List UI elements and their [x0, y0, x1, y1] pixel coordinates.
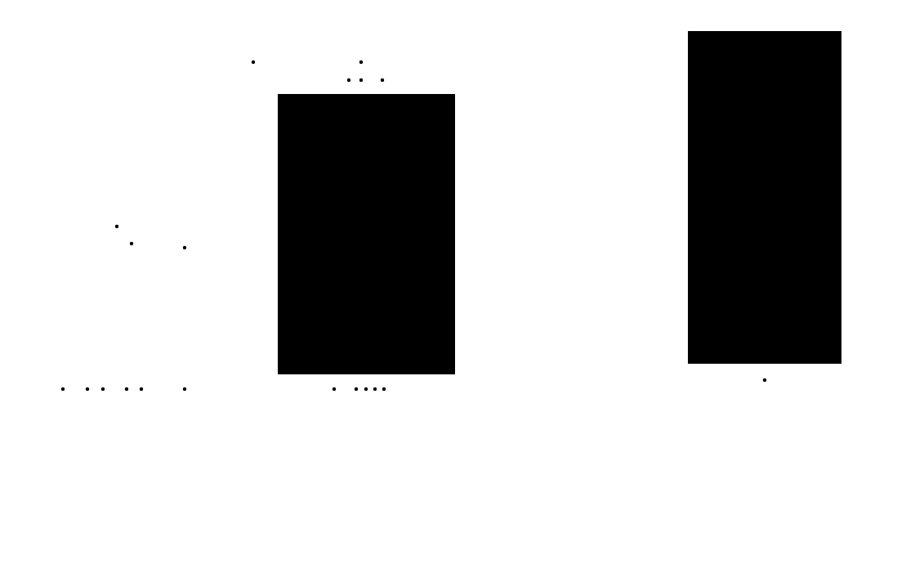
u1-right-pin-row — [455, 97, 520, 110]
no-connect-icon — [667, 86, 672, 91]
r2-resistor — [132, 222, 176, 231]
no-connect-icon — [257, 151, 262, 156]
u1-pin-dplus — [262, 225, 278, 227]
ground-symbol — [351, 392, 361, 398]
u1-body — [278, 94, 455, 374]
vcc-power-flag — [142, 277, 147, 282]
u1-pin-aref — [262, 319, 278, 321]
usb-top-pins — [85, 288, 90, 307]
bus-entry — [504, 284, 520, 294]
ic2-portd-pins — [841, 285, 909, 298]
no-connect-icon — [667, 41, 672, 46]
conn7-body — [85, 472, 113, 540]
u1-portf-pins — [455, 318, 520, 331]
conn7-pin-row — [27, 471, 92, 482]
u1-porte-pins — [455, 281, 520, 294]
no-connect-icon — [504, 204, 509, 208]
ic2-pin-icp — [667, 323, 688, 328]
bus-entry — [884, 208, 909, 219]
no-connect-icon — [883, 285, 888, 290]
no-connect-icon — [29, 477, 34, 481]
bus-entry — [27, 471, 37, 479]
no-connect-icon — [257, 97, 262, 102]
ic2-right-pin-row — [841, 40, 909, 53]
no-connect-icon — [504, 178, 509, 183]
ic2-pin-reset — [667, 41, 688, 46]
no-connect-icon — [667, 334, 672, 339]
conn7-pins — [27, 471, 92, 482]
u1-portb-pins — [455, 97, 520, 110]
ic2-pin-ale — [841, 119, 862, 123]
r3-resistor — [132, 239, 176, 248]
u1-right-pin-row — [455, 178, 520, 191]
no-connect-icon — [667, 122, 672, 127]
ic2-right-pin-row — [841, 131, 909, 144]
ic2-portb-pins — [841, 131, 909, 144]
no-connect-icon — [504, 281, 509, 286]
ic2-pin-xtal2 — [667, 86, 688, 91]
bus-entry — [504, 181, 520, 191]
usb-pin — [85, 288, 90, 307]
u1-bottom-pins — [334, 374, 384, 387]
no-connect-icon — [667, 323, 672, 328]
pin-pad — [86, 477, 92, 482]
ic2-pin-xtal1 — [667, 122, 688, 127]
schematic-canvas — [0, 0, 924, 564]
u1-pin-xtal2 — [257, 151, 278, 156]
ground-symbol — [760, 386, 770, 392]
no-connect-icon — [504, 318, 509, 323]
u1-portd-pins — [455, 204, 520, 217]
usb-connector-body — [82, 307, 154, 372]
bus-entry — [504, 320, 520, 331]
u1-pin-ucap — [262, 246, 278, 248]
no-connect-icon — [883, 40, 888, 45]
bus-entry — [504, 206, 520, 217]
ic2-pin-gnd — [763, 364, 766, 379]
u1-portc-pins — [455, 178, 520, 191]
u1-right-pin-row — [455, 204, 520, 217]
ic2-pin-vcc — [762, 16, 765, 31]
ic2-right-pin-row — [841, 206, 909, 219]
ic2-porta-pins — [841, 40, 909, 53]
bus-entry — [884, 133, 909, 144]
conn7-symbol — [27, 471, 113, 540]
ic2-portc-pins — [841, 206, 909, 219]
bus-entry — [504, 100, 520, 110]
u1-pin-vbus — [262, 209, 278, 212]
bus-entry — [884, 288, 909, 298]
ic2-pin-oc1b — [667, 334, 688, 339]
no-connect-icon — [883, 206, 888, 211]
u1-pin-reset — [257, 97, 278, 102]
u1-pin-xtal1 — [257, 134, 278, 139]
bus-entry — [884, 43, 909, 53]
no-connect-icon — [504, 97, 509, 102]
ic2-symbol — [667, 16, 909, 392]
u1-right-pin-row — [455, 281, 520, 294]
no-connect-icon — [857, 119, 862, 123]
ic2-body — [688, 31, 841, 364]
u1-pin-dminus — [262, 234, 278, 236]
no-connect-icon — [257, 134, 262, 139]
usb-connector-symbol — [82, 277, 154, 387]
usb-bottom-pins — [87, 372, 141, 387]
ic2-right-pin-row — [841, 285, 909, 298]
u1-symbol — [257, 78, 520, 387]
no-connect-icon — [883, 131, 888, 136]
c4-capacitor — [177, 263, 193, 267]
u1-right-pin-row — [455, 318, 520, 331]
